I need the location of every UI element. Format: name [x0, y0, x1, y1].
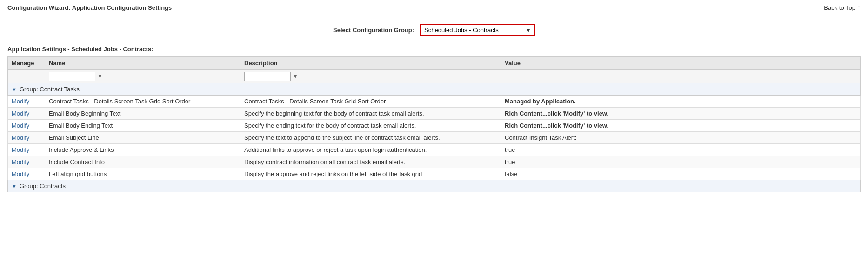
cell-manage: Modify [8, 96, 45, 108]
table-header-row: Manage Name Description Value [8, 57, 861, 70]
value-bold: Managed by Application. [505, 98, 576, 105]
group-label: Group: Contract Tasks [20, 86, 80, 93]
select-dropdown-icon: ▼ [523, 25, 534, 35]
modify-link[interactable]: Modify [12, 134, 29, 141]
group-header-cell: ▼Group: Contract Tasks [8, 83, 861, 96]
modify-link[interactable]: Modify [12, 98, 29, 105]
filter-row: ▼ ▼ [8, 70, 861, 83]
table-row: ModifyContract Tasks - Details Screen Ta… [8, 96, 861, 108]
modify-link[interactable]: Modify [12, 122, 29, 129]
name-filter-input[interactable] [49, 72, 95, 81]
group-collapse-icon[interactable]: ▼ [12, 87, 17, 92]
cell-value: Rich Content...click 'Modify' to view. [501, 120, 861, 132]
cell-manage: Modify [8, 120, 45, 132]
cell-value: Managed by Application. [501, 96, 861, 108]
desc-filter-icon[interactable]: ▼ [293, 73, 298, 80]
section-title: Application Settings - Scheduled Jobs - … [0, 43, 868, 56]
modify-link[interactable]: Modify [12, 158, 29, 165]
config-group-select[interactable]: Scheduled Jobs - Contracts [421, 25, 523, 35]
cell-name: Email Subject Line [45, 132, 240, 144]
desc-filter-input[interactable] [244, 72, 291, 81]
group-label: Group: Contracts [20, 183, 66, 190]
cell-description: Specify the ending text for the body of … [240, 120, 501, 132]
back-to-top-label: Back to Top [824, 4, 855, 11]
group-header-cell: ▼Group: Contracts [8, 180, 861, 192]
cell-value: Rich Content...click 'Modify' to view. [501, 108, 861, 120]
cell-manage: Modify [8, 132, 45, 144]
group-header-row[interactable]: ▼Group: Contract Tasks [8, 83, 861, 96]
cell-name: Contract Tasks - Details Screen Task Gri… [45, 96, 240, 108]
group-header-row[interactable]: ▼Group: Contracts [8, 180, 861, 192]
cell-value: false [501, 168, 861, 180]
header-value: Value [501, 57, 861, 70]
name-filter-icon[interactable]: ▼ [97, 73, 103, 80]
cell-description: Specify the beginning text for the body … [240, 108, 501, 120]
cell-description: Specify the text to append to the subjec… [240, 132, 501, 144]
cell-name: Left align grid buttons [45, 168, 240, 180]
cell-description: Contract Tasks - Details Screen Task Gri… [240, 96, 501, 108]
settings-table: Manage Name Description Value ▼ [7, 56, 861, 192]
cell-description: Display the approve and reject links on … [240, 168, 501, 180]
cell-name: Email Body Beginning Text [45, 108, 240, 120]
header-name: Name [45, 57, 240, 70]
cell-name: Include Contract Info [45, 156, 240, 168]
cell-manage: Modify [8, 168, 45, 180]
cell-description: Display contract information on all cont… [240, 156, 501, 168]
back-to-top-icon: ↑ [857, 4, 861, 11]
filter-desc-cell: ▼ [240, 70, 501, 83]
cell-value: Contract Insight Task Alert: [501, 132, 861, 144]
cell-name: Include Approve & Links [45, 144, 240, 156]
config-group-row: Select Configuration Group: Scheduled Jo… [0, 15, 868, 43]
table-wrapper: Manage Name Description Value ▼ [0, 56, 868, 192]
cell-value: true [501, 144, 861, 156]
config-group-select-wrapper[interactable]: Scheduled Jobs - Contracts ▼ [420, 24, 535, 36]
table-row: ModifyInclude Approve & LinksAdditional … [8, 144, 861, 156]
cell-name: Email Body Ending Text [45, 120, 240, 132]
table-row: ModifyLeft align grid buttonsDisplay the… [8, 168, 861, 180]
header-manage: Manage [8, 57, 45, 70]
filter-manage-cell [8, 70, 45, 83]
table-row: ModifyInclude Contract InfoDisplay contr… [8, 156, 861, 168]
cell-manage: Modify [8, 108, 45, 120]
modify-link[interactable]: Modify [12, 146, 29, 153]
group-collapse-icon[interactable]: ▼ [12, 184, 17, 189]
table-row: ModifyEmail Subject LineSpecify the text… [8, 132, 861, 144]
table-row: ModifyEmail Body Ending TextSpecify the … [8, 120, 861, 132]
cell-value: true [501, 156, 861, 168]
page-title: Configuration Wizard: Application Config… [7, 4, 172, 11]
config-group-label: Select Configuration Group: [333, 27, 414, 34]
cell-manage: Modify [8, 144, 45, 156]
value-bold: Rich Content...click 'Modify' to view. [505, 122, 608, 129]
desc-filter-wrap: ▼ [244, 72, 497, 81]
value-bold: Rich Content...click 'Modify' to view. [505, 110, 608, 117]
filter-name-cell: ▼ [45, 70, 240, 83]
cell-description: Additional links to approve or reject a … [240, 144, 501, 156]
header-description: Description [240, 57, 501, 70]
cell-manage: Modify [8, 156, 45, 168]
table-row: ModifyEmail Body Beginning TextSpecify t… [8, 108, 861, 120]
name-filter-wrap: ▼ [49, 72, 236, 81]
modify-link[interactable]: Modify [12, 110, 29, 117]
filter-value-cell [501, 70, 861, 83]
back-to-top-link[interactable]: Back to Top ↑ [824, 4, 861, 11]
modify-link[interactable]: Modify [12, 171, 29, 177]
top-bar: Configuration Wizard: Application Config… [0, 0, 868, 15]
